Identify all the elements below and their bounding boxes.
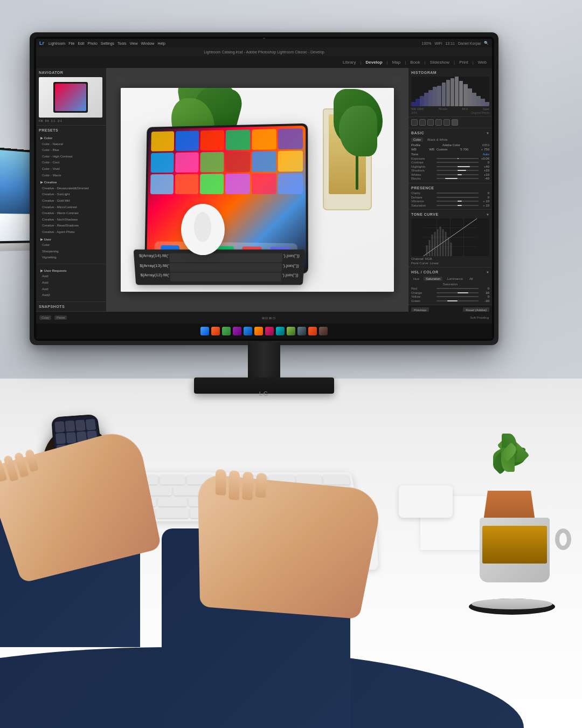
slider-dehaze[interactable]: Dehaze 0	[411, 196, 489, 199]
preset-creative-3[interactable]: Creative - Gold Mid	[40, 198, 102, 204]
user-preset-2[interactable]: Avid	[40, 280, 102, 286]
preset-creative-4[interactable]: Creative - MicroContrast	[40, 204, 102, 211]
user-preset-1[interactable]: Avid	[40, 273, 102, 280]
slider-yellow-sat[interactable]: Yellow 0	[411, 295, 489, 298]
menu-help[interactable]: Help	[157, 42, 165, 45]
slider-saturation[interactable]: Saturation + 10	[411, 204, 489, 207]
profile-value[interactable]: Adobe Color	[442, 143, 460, 147]
slider-red-sat[interactable]: Red 0	[411, 287, 489, 290]
blacks-track[interactable]	[436, 178, 479, 179]
lr-bottom-buttons[interactable]: Previous Reset (Adobe)	[408, 305, 492, 312]
dehaze-track[interactable]	[436, 197, 479, 198]
menu-lightroom[interactable]: Lightroom	[48, 42, 65, 45]
preset-creative-8[interactable]: Creative - Agent Photo	[40, 229, 102, 236]
contrast-track[interactable]	[436, 162, 479, 163]
hsl-tabs[interactable]: Hue Saturation Luminance All	[411, 277, 489, 281]
preset-color-vivid[interactable]: Color - Vivid	[40, 166, 102, 173]
dock-lr[interactable]	[244, 327, 252, 335]
dock-extra2[interactable]	[319, 327, 328, 335]
key-u[interactable]	[174, 486, 202, 496]
key-v[interactable]	[156, 508, 189, 518]
key-g[interactable]	[158, 497, 187, 506]
module-develop[interactable]: Develop	[365, 60, 382, 65]
menu-search[interactable]: 🔍	[484, 41, 489, 45]
tone-curve-toggle[interactable]: ▼	[486, 213, 489, 216]
dock-messages[interactable]	[222, 327, 231, 335]
user-preset-3[interactable]: Avid	[40, 286, 102, 293]
slider-whites[interactable]: Whites +10	[411, 173, 489, 176]
yellow-track[interactable]	[436, 296, 479, 297]
preset-creative-6[interactable]: Creative - NochShadows	[40, 217, 102, 223]
tab-bw[interactable]: Black & White	[425, 138, 449, 142]
red-track[interactable]	[436, 288, 479, 289]
dock-photos[interactable]	[287, 327, 295, 335]
channel-label[interactable]: Channel: RGB	[411, 257, 432, 260]
slider-highlights[interactable]: Highlights +40	[411, 165, 489, 168]
lr-toolbar[interactable]: Copy Paste ⊞ ⊟ ⊠ ⊡ Soft Proofing	[36, 312, 492, 324]
dock-extra1[interactable]	[308, 327, 317, 335]
hsl-tab-luminance[interactable]: Luminance	[445, 277, 465, 281]
key-7[interactable]	[160, 475, 185, 484]
module-slideshow[interactable]: Slideshow	[430, 60, 449, 65]
highlights-track[interactable]	[436, 166, 479, 167]
menu-tools[interactable]: Tools	[117, 42, 126, 45]
preset-color-warm[interactable]: Color - Warm	[40, 173, 102, 179]
slider-blacks[interactable]: Blacks -40	[411, 177, 489, 180]
orange-track[interactable]	[436, 292, 479, 293]
lr-menubar[interactable]: Lr Lightroom File Edit Photo Settings To…	[36, 39, 492, 47]
slider-clarity[interactable]: Clarity 0	[411, 191, 489, 195]
preset-creative-7[interactable]: Creative - ResetShadows	[40, 223, 102, 229]
preset-color-highcon[interactable]: Color - High Contrast	[40, 154, 102, 160]
tool-redeye[interactable]	[427, 119, 434, 126]
dock-prefs[interactable]	[297, 327, 306, 335]
toolbar-paste[interactable]: Paste	[54, 315, 67, 320]
shadows-track[interactable]	[436, 170, 479, 171]
point-curve-value[interactable]: Linear	[430, 262, 439, 265]
preset-creative-2[interactable]: Creative - SunLight	[40, 191, 102, 198]
preset-user-2[interactable]: Sharpening	[40, 249, 102, 255]
basic-toggle[interactable]: ▼	[486, 132, 489, 135]
tab-color[interactable]: Color	[411, 138, 423, 142]
toolbar-view-icons[interactable]: ⊞ ⊟ ⊠ ⊡	[262, 316, 275, 320]
tone-auto[interactable]: Auto	[483, 153, 489, 156]
treatment-tabs[interactable]: Color Black & White	[411, 138, 489, 142]
green-track[interactable]	[436, 300, 479, 301]
wb-custom[interactable]: WB	[429, 148, 434, 151]
slider-vibrance[interactable]: Vibrance + 10	[411, 200, 489, 203]
slider-orange-sat[interactable]: Orange 30	[411, 291, 489, 294]
saturation-track[interactable]	[436, 205, 479, 206]
previous-button[interactable]: Previous	[411, 307, 429, 312]
vibrance-track[interactable]	[436, 201, 479, 202]
slider-contrast[interactable]: Contrast 0	[411, 161, 489, 164]
preset-user-3[interactable]: Vignetting	[40, 255, 102, 261]
preset-creative-5[interactable]: Creative - Warm Contrast	[40, 210, 102, 217]
module-library[interactable]: Library	[343, 60, 356, 65]
hsl-toggle[interactable]: ▼	[486, 271, 489, 274]
user-preset-4[interactable]: Avid2	[40, 292, 102, 299]
menu-edit[interactable]: Edit	[78, 42, 84, 45]
dock-system[interactable]	[233, 327, 241, 335]
lr-tools-row[interactable]	[408, 117, 492, 128]
menu-settings[interactable]: Settings	[101, 42, 114, 45]
hsl-tab-saturation[interactable]: Saturation	[424, 277, 442, 281]
module-book[interactable]: Book	[410, 60, 420, 65]
key-13[interactable]	[323, 475, 350, 484]
lr-menu-items[interactable]: Lightroom File Edit Photo Settings Tools…	[48, 42, 165, 45]
tone-curve-chart[interactable]	[411, 218, 489, 256]
zoom-2to1[interactable]: 2:1	[58, 119, 62, 122]
clarity-track[interactable]	[436, 193, 479, 194]
zoom-options[interactable]: Fill Fit 1:1 2:1	[39, 119, 103, 122]
hsl-tab-all[interactable]: All	[467, 277, 475, 281]
menu-window[interactable]: Window	[141, 42, 154, 45]
tool-gradient[interactable]	[435, 119, 442, 126]
wb-custom-label[interactable]: Custom	[436, 148, 448, 151]
dock-ps[interactable]	[254, 327, 263, 335]
slider-shadows[interactable]: Shadows +20	[411, 169, 489, 172]
tool-brush[interactable]	[452, 119, 458, 126]
slider-exposure[interactable]: Exposure +0.06	[411, 157, 489, 160]
preset-color-blue[interactable]: Color - Blue	[40, 147, 102, 154]
zoom-fill[interactable]: Fill	[39, 119, 43, 122]
zoom-fit[interactable]: Fit	[45, 119, 49, 122]
dock-music[interactable]	[276, 327, 285, 335]
reset-button[interactable]: Reset (Adobe)	[463, 307, 489, 312]
